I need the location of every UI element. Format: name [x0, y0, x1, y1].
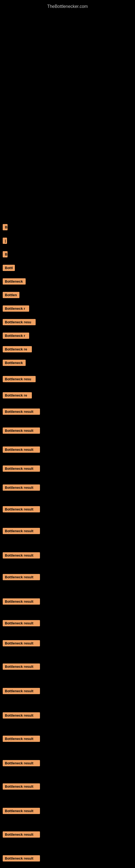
- bottleneck-item-row: Bottleneck result: [1, 711, 40, 721]
- bottleneck-result-label[interactable]: Bottleneck result: [3, 808, 40, 814]
- bottleneck-item-row: Bottleneck result: [1, 426, 40, 436]
- bottleneck-result-label[interactable]: Bottleneck re: [3, 346, 32, 352]
- bottleneck-result-label[interactable]: Bottleneck r: [3, 333, 29, 339]
- bottleneck-item-row: Bottleneck: [1, 277, 26, 287]
- bottleneck-result-label[interactable]: Bottleneck resu: [3, 376, 36, 382]
- bottleneck-item-row: Bottleneck result: [1, 854, 40, 864]
- bottleneck-result-label[interactable]: Bottleneck result: [3, 688, 40, 694]
- bottleneck-item-row: Bottleneck re: [1, 391, 32, 401]
- bottleneck-item-row: Bottleneck result: [1, 734, 40, 745]
- bottleneck-result-label[interactable]: |: [3, 238, 7, 244]
- bottleneck-item-row: Bottleneck result: [1, 597, 40, 607]
- bottleneck-item-row: Bottleneck result: [1, 806, 40, 817]
- bottleneck-result-label[interactable]: Bottleneck: [3, 360, 26, 366]
- bottleneck-item-row: Bottleneck result: [1, 662, 40, 673]
- bottleneck-result-label[interactable]: Bottlen: [3, 292, 19, 298]
- bottleneck-item-row: Bottleneck result: [1, 445, 40, 456]
- site-title: TheBottlenecker.com: [47, 1, 88, 12]
- bottleneck-result-label[interactable]: Bottleneck result: [3, 736, 40, 742]
- bottleneck-result-label[interactable]: B: [3, 251, 8, 257]
- bottleneck-result-label[interactable]: Bottleneck result: [3, 408, 40, 415]
- bottleneck-item-row: Bottleneck result: [1, 639, 40, 649]
- bottleneck-result-label[interactable]: Bottl: [3, 265, 15, 271]
- bottleneck-item-row: Bottleneck result: [1, 551, 40, 561]
- bottleneck-item-row: Bottleneck r: [1, 331, 29, 341]
- bottleneck-item-row: |: [1, 236, 7, 247]
- bottleneck-result-label[interactable]: Bottleneck result: [3, 506, 40, 513]
- bottleneck-item-row: Bottleneck result: [1, 830, 40, 840]
- bottleneck-item-row: Bottleneck r: [1, 304, 29, 314]
- bottleneck-item-row: Bottleneck result: [1, 572, 40, 583]
- bottleneck-item-row: Bottleneck result: [1, 407, 40, 417]
- bottleneck-result-label[interactable]: Bottleneck result: [3, 428, 40, 434]
- bottleneck-result-label[interactable]: Bottleneck result: [3, 855, 40, 862]
- bottleneck-item-row: Bottleneck result: [1, 483, 40, 493]
- bottleneck-result-label[interactable]: Bottleneck result: [3, 485, 40, 491]
- bottleneck-result-label[interactable]: Bottleneck result: [3, 640, 40, 646]
- bottleneck-item-row: Bottleneck resu: [1, 317, 36, 328]
- bottleneck-item-row: Bottleneck result: [1, 758, 40, 769]
- bottleneck-result-label[interactable]: Bottleneck r: [3, 305, 29, 312]
- bottleneck-item-row: Bottleneck: [1, 358, 26, 369]
- bottleneck-item-row: Bottleneck result: [1, 618, 40, 629]
- bottleneck-result-label[interactable]: Bottleneck result: [3, 465, 40, 472]
- bottleneck-item-row: Bottleneck result: [1, 504, 40, 515]
- bottleneck-result-label[interactable]: Bottleneck resu: [3, 319, 36, 325]
- bottleneck-item-row: B: [1, 222, 8, 233]
- bottleneck-result-label[interactable]: Bottleneck result: [3, 528, 40, 534]
- bottleneck-result-label[interactable]: Bottleneck result: [3, 663, 40, 670]
- bottleneck-result-label[interactable]: Bottleneck result: [3, 831, 40, 838]
- bottleneck-result-label[interactable]: Bottleneck result: [3, 760, 40, 766]
- bottleneck-result-label[interactable]: Bottleneck result: [3, 712, 40, 718]
- bottleneck-item-row: Bottleneck result: [1, 782, 40, 792]
- bottleneck-result-label[interactable]: Bottleneck result: [3, 783, 40, 789]
- bottleneck-result-label[interactable]: Bottleneck result: [3, 446, 40, 453]
- bottleneck-item-row: Bottleneck result: [1, 526, 40, 537]
- bottleneck-item-row: Bottleneck re: [1, 344, 32, 355]
- bottleneck-item-row: Bottleneck result: [1, 686, 40, 697]
- bottleneck-result-label[interactable]: Bottleneck result: [3, 574, 40, 580]
- bottleneck-result-label[interactable]: Bottleneck result: [3, 552, 40, 558]
- bottleneck-item-row: B: [1, 250, 8, 260]
- bottleneck-result-label[interactable]: Bottleneck result: [3, 598, 40, 604]
- bottleneck-result-label[interactable]: Bottleneck re: [3, 392, 32, 399]
- bottleneck-result-label[interactable]: Bottleneck: [3, 278, 26, 284]
- bottleneck-result-label[interactable]: B: [3, 224, 8, 230]
- bottleneck-item-row: Bottleneck resu: [1, 374, 36, 385]
- bottleneck-item-row: Bottl: [1, 263, 15, 274]
- bottleneck-item-row: Bottleneck result: [1, 464, 40, 474]
- bottleneck-item-row: Bottlen: [1, 290, 19, 301]
- bottleneck-result-label[interactable]: Bottleneck result: [3, 620, 40, 626]
